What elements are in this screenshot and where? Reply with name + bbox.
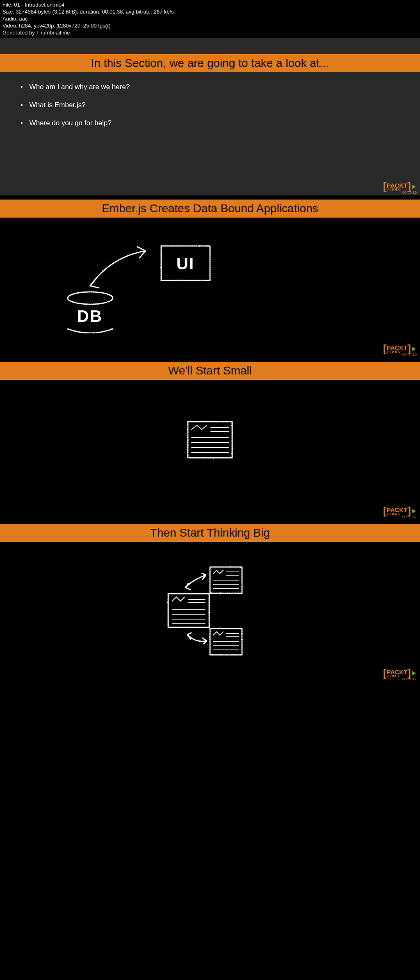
brand-name: PACKT bbox=[387, 669, 408, 675]
play-icon bbox=[412, 347, 416, 351]
meta-generated: Generated by Thumbnail me bbox=[2, 30, 418, 37]
thumbnail-frame-4: Then Start Thinking Big bbox=[0, 520, 420, 682]
bullet-item: What is Ember.js? bbox=[21, 101, 130, 109]
ui-box-icon: UI bbox=[158, 243, 213, 285]
bidirectional-arrow-icon bbox=[82, 241, 156, 296]
slide-title: Ember.js Creates Data Bound Applications bbox=[0, 200, 420, 218]
play-icon bbox=[412, 509, 416, 514]
frame-timestamp: 00:00:39 bbox=[402, 353, 417, 357]
meta-file: File: 01 - Introduction.mp4 bbox=[2, 2, 418, 9]
svg-text:DB: DB bbox=[77, 307, 103, 325]
meta-audio: Audio: aac bbox=[2, 16, 418, 23]
play-icon bbox=[412, 184, 416, 189]
brand-name: PACKT bbox=[387, 507, 408, 513]
slide-title: Then Start Thinking Big bbox=[0, 524, 420, 542]
frame-timestamp: 00:01:17 bbox=[402, 677, 417, 681]
file-metadata: File: 01 - Introduction.mp4 Size: 327458… bbox=[0, 0, 420, 38]
meta-size: Size: 3274584 bytes (3.12 MiB), duration… bbox=[2, 9, 418, 16]
document-icon bbox=[185, 419, 235, 462]
slide-title: In this Section, we are going to take a … bbox=[0, 54, 420, 72]
frame-timestamp: 00:00:19 bbox=[402, 190, 417, 195]
play-icon bbox=[412, 671, 416, 676]
bullet-item: Where do you go for help? bbox=[21, 119, 130, 127]
thumbnail-frame-2: Ember.js Creates Data Bound Applications… bbox=[0, 195, 420, 358]
slide-title: We'll Start Small bbox=[0, 362, 420, 380]
meta-video: Video: h264, yuv420p, 1280x720, 25.00 fp… bbox=[2, 23, 418, 30]
brand-name: PACKT bbox=[387, 183, 408, 188]
svg-text:UI: UI bbox=[176, 255, 194, 273]
svg-point-0 bbox=[68, 292, 113, 304]
frame-timestamp: 00:00:57 bbox=[402, 515, 417, 519]
bullet-item: Who am I and why are we here? bbox=[21, 83, 130, 91]
database-icon: DB bbox=[64, 290, 117, 345]
bullet-list: Who am I and why are we here? What is Em… bbox=[21, 83, 130, 137]
multiple-documents-icon bbox=[161, 563, 259, 670]
brand-name: PACKT bbox=[387, 345, 408, 351]
thumbnail-frame-3: We'll Start Small [ PACKT VIDEO ] 00:00:… bbox=[0, 358, 420, 520]
thumbnail-frame-1: In this Section, we are going to take a … bbox=[0, 38, 420, 195]
